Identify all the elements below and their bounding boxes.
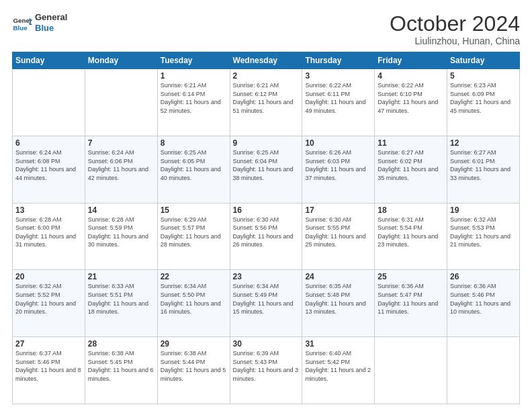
cell-info: Sunrise: 6:25 AMSunset: 6:04 PMDaylight:… <box>233 148 300 182</box>
day-number: 26 <box>450 272 517 281</box>
logo-blue: Blue <box>35 23 67 34</box>
calendar-cell: 16Sunrise: 6:30 AMSunset: 5:56 PMDayligh… <box>230 203 302 270</box>
week-row-3: 20Sunrise: 6:32 AMSunset: 5:52 PMDayligh… <box>13 270 520 337</box>
day-number: 23 <box>233 272 300 281</box>
cell-info: Sunrise: 6:24 AMSunset: 6:08 PMDaylight:… <box>15 148 82 182</box>
weekday-header-saturday: Saturday <box>447 52 520 69</box>
calendar-cell: 20Sunrise: 6:32 AMSunset: 5:52 PMDayligh… <box>13 270 85 337</box>
header: General Blue General Blue October 2024 L… <box>12 12 520 46</box>
day-number: 2 <box>233 71 300 81</box>
day-number: 28 <box>88 339 154 349</box>
day-number: 15 <box>161 205 227 215</box>
cell-info: Sunrise: 6:22 AMSunset: 6:10 PMDaylight:… <box>378 81 444 115</box>
week-row-1: 6Sunrise: 6:24 AMSunset: 6:08 PMDaylight… <box>13 136 520 203</box>
calendar-cell: 30Sunrise: 6:39 AMSunset: 5:43 PMDayligh… <box>230 337 302 404</box>
weekday-header-monday: Monday <box>85 52 157 69</box>
calendar-cell: 22Sunrise: 6:34 AMSunset: 5:50 PMDayligh… <box>157 270 230 337</box>
calendar-cell: 7Sunrise: 6:24 AMSunset: 6:06 PMDaylight… <box>85 136 157 203</box>
cell-info: Sunrise: 6:27 AMSunset: 6:02 PMDaylight:… <box>378 148 444 182</box>
day-number: 30 <box>233 339 300 349</box>
cell-info: Sunrise: 6:28 AMSunset: 6:00 PMDaylight:… <box>15 216 82 249</box>
day-number: 19 <box>450 205 517 215</box>
week-row-2: 13Sunrise: 6:28 AMSunset: 6:00 PMDayligh… <box>13 203 520 270</box>
calendar-cell: 8Sunrise: 6:25 AMSunset: 6:05 PMDaylight… <box>157 136 230 203</box>
calendar-cell: 9Sunrise: 6:25 AMSunset: 6:04 PMDaylight… <box>230 136 302 203</box>
day-number: 27 <box>15 339 82 349</box>
calendar-cell: 19Sunrise: 6:32 AMSunset: 5:53 PMDayligh… <box>447 203 520 270</box>
day-number: 31 <box>305 339 371 349</box>
calendar-cell: 26Sunrise: 6:36 AMSunset: 5:46 PMDayligh… <box>447 270 520 337</box>
cell-info: Sunrise: 6:32 AMSunset: 5:53 PMDaylight:… <box>450 216 517 249</box>
calendar-cell: 17Sunrise: 6:30 AMSunset: 5:55 PMDayligh… <box>302 203 375 270</box>
day-number: 1 <box>161 71 227 81</box>
cell-info: Sunrise: 6:28 AMSunset: 5:59 PMDaylight:… <box>88 216 154 249</box>
calendar-cell: 5Sunrise: 6:23 AMSunset: 6:09 PMDaylight… <box>447 69 520 136</box>
day-number: 21 <box>88 272 154 281</box>
day-number: 24 <box>305 272 371 281</box>
cell-info: Sunrise: 6:29 AMSunset: 5:57 PMDaylight:… <box>161 216 227 249</box>
calendar-cell: 12Sunrise: 6:27 AMSunset: 6:01 PMDayligh… <box>447 136 520 203</box>
calendar-cell: 14Sunrise: 6:28 AMSunset: 5:59 PMDayligh… <box>85 203 157 270</box>
calendar-cell: 31Sunrise: 6:40 AMSunset: 5:42 PMDayligh… <box>302 337 375 404</box>
calendar-cell: 2Sunrise: 6:21 AMSunset: 6:12 PMDaylight… <box>230 69 302 136</box>
weekday-header-row: SundayMondayTuesdayWednesdayThursdayFrid… <box>13 52 520 69</box>
calendar-cell: 24Sunrise: 6:35 AMSunset: 5:48 PMDayligh… <box>302 270 375 337</box>
cell-info: Sunrise: 6:31 AMSunset: 5:54 PMDaylight:… <box>378 216 444 249</box>
calendar-cell: 25Sunrise: 6:36 AMSunset: 5:47 PMDayligh… <box>375 270 447 337</box>
calendar-cell: 29Sunrise: 6:38 AMSunset: 5:44 PMDayligh… <box>157 337 230 404</box>
cell-info: Sunrise: 6:30 AMSunset: 5:56 PMDaylight:… <box>233 216 300 249</box>
cell-info: Sunrise: 6:36 AMSunset: 5:47 PMDaylight:… <box>378 282 444 316</box>
logo-general: General <box>35 12 67 23</box>
cell-info: Sunrise: 6:21 AMSunset: 6:12 PMDaylight:… <box>233 81 300 115</box>
cell-info: Sunrise: 6:34 AMSunset: 5:49 PMDaylight:… <box>233 282 300 316</box>
cell-info: Sunrise: 6:38 AMSunset: 5:44 PMDaylight:… <box>161 349 227 383</box>
cell-info: Sunrise: 6:36 AMSunset: 5:46 PMDaylight:… <box>450 282 517 316</box>
cell-info: Sunrise: 6:21 AMSunset: 6:14 PMDaylight:… <box>161 81 227 115</box>
svg-text:Blue: Blue <box>13 24 28 31</box>
day-number: 3 <box>305 71 371 81</box>
calendar-cell <box>447 337 520 404</box>
location: Liulinzhou, Hunan, China <box>390 36 520 46</box>
cell-info: Sunrise: 6:22 AMSunset: 6:11 PMDaylight:… <box>305 81 371 115</box>
month-title: October 2024 <box>390 12 520 36</box>
calendar-table: SundayMondayTuesdayWednesdayThursdayFrid… <box>12 52 520 404</box>
calendar-cell: 1Sunrise: 6:21 AMSunset: 6:14 PMDaylight… <box>157 69 230 136</box>
calendar-cell <box>13 69 85 136</box>
cell-info: Sunrise: 6:35 AMSunset: 5:48 PMDaylight:… <box>305 282 371 316</box>
calendar-cell: 15Sunrise: 6:29 AMSunset: 5:57 PMDayligh… <box>157 203 230 270</box>
day-number: 20 <box>15 272 82 281</box>
day-number: 7 <box>88 138 154 148</box>
cell-info: Sunrise: 6:26 AMSunset: 6:03 PMDaylight:… <box>305 148 371 182</box>
cell-info: Sunrise: 6:37 AMSunset: 5:46 PMDaylight:… <box>15 349 82 383</box>
day-number: 10 <box>305 138 371 148</box>
calendar-cell: 28Sunrise: 6:38 AMSunset: 5:45 PMDayligh… <box>85 337 157 404</box>
day-number: 12 <box>450 138 517 148</box>
logo: General Blue General Blue <box>12 12 67 33</box>
day-number: 11 <box>378 138 444 148</box>
weekday-header-tuesday: Tuesday <box>157 52 230 69</box>
page: General Blue General Blue October 2024 L… <box>0 0 532 411</box>
day-number: 25 <box>378 272 444 281</box>
day-number: 6 <box>15 138 82 148</box>
title-block: October 2024 Liulinzhou, Hunan, China <box>390 12 520 46</box>
logo-icon: General Blue <box>12 13 32 33</box>
cell-info: Sunrise: 6:24 AMSunset: 6:06 PMDaylight:… <box>88 148 154 182</box>
cell-info: Sunrise: 6:32 AMSunset: 5:52 PMDaylight:… <box>15 282 82 316</box>
cell-info: Sunrise: 6:27 AMSunset: 6:01 PMDaylight:… <box>450 148 517 182</box>
day-number: 22 <box>161 272 227 281</box>
cell-info: Sunrise: 6:38 AMSunset: 5:45 PMDaylight:… <box>88 349 154 383</box>
calendar-cell <box>375 337 447 404</box>
week-row-4: 27Sunrise: 6:37 AMSunset: 5:46 PMDayligh… <box>13 337 520 404</box>
calendar-cell: 3Sunrise: 6:22 AMSunset: 6:11 PMDaylight… <box>302 69 375 136</box>
cell-info: Sunrise: 6:30 AMSunset: 5:55 PMDaylight:… <box>305 216 371 249</box>
calendar-cell: 6Sunrise: 6:24 AMSunset: 6:08 PMDaylight… <box>13 136 85 203</box>
cell-info: Sunrise: 6:34 AMSunset: 5:50 PMDaylight:… <box>161 282 227 316</box>
cell-info: Sunrise: 6:33 AMSunset: 5:51 PMDaylight:… <box>88 282 154 316</box>
day-number: 4 <box>378 71 444 81</box>
calendar-cell: 4Sunrise: 6:22 AMSunset: 6:10 PMDaylight… <box>375 69 447 136</box>
cell-info: Sunrise: 6:23 AMSunset: 6:09 PMDaylight:… <box>450 81 517 115</box>
cell-info: Sunrise: 6:39 AMSunset: 5:43 PMDaylight:… <box>233 349 300 383</box>
calendar-cell: 23Sunrise: 6:34 AMSunset: 5:49 PMDayligh… <box>230 270 302 337</box>
weekday-header-thursday: Thursday <box>302 52 375 69</box>
weekday-header-wednesday: Wednesday <box>230 52 302 69</box>
